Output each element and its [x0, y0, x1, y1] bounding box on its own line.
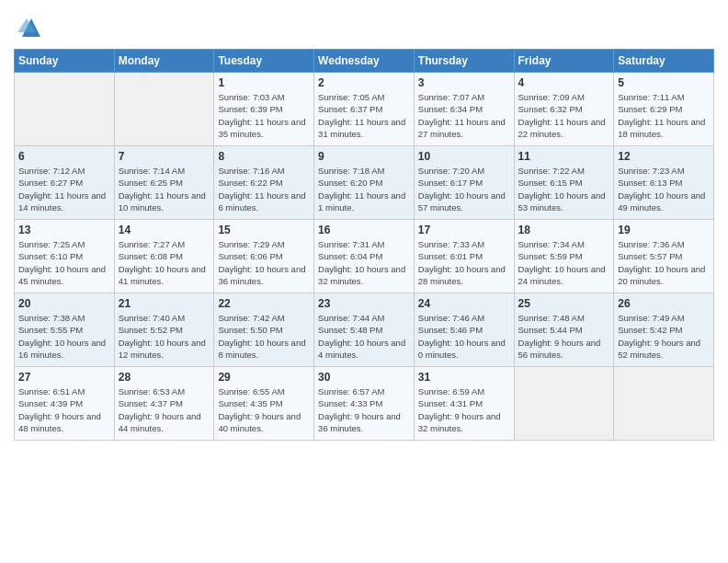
day-number: 17 — [418, 224, 510, 236]
day-number: 11 — [518, 150, 610, 163]
calendar-cell: 23Sunrise: 7:44 AM Sunset: 5:48 PM Dayli… — [314, 293, 415, 367]
day-info: Sunrise: 7:46 AM Sunset: 5:46 PM Dayligh… — [418, 312, 510, 361]
calendar-cell: 21Sunrise: 7:40 AM Sunset: 5:52 PM Dayli… — [114, 293, 214, 367]
day-info: Sunrise: 7:49 AM Sunset: 5:42 PM Dayligh… — [618, 312, 710, 361]
calendar-cell: 29Sunrise: 6:55 AM Sunset: 4:35 PM Dayli… — [214, 367, 314, 441]
day-number: 21 — [119, 297, 210, 310]
day-info: Sunrise: 6:57 AM Sunset: 4:33 PM Dayligh… — [318, 385, 410, 434]
day-number: 7 — [119, 150, 210, 163]
day-number: 6 — [18, 150, 110, 163]
calendar-header-row: SundayMondayTuesdayWednesdayThursdayFrid… — [15, 50, 714, 73]
calendar-cell: 4Sunrise: 7:09 AM Sunset: 6:32 PM Daylig… — [514, 73, 614, 146]
calendar-cell: 26Sunrise: 7:49 AM Sunset: 5:42 PM Dayli… — [614, 293, 714, 367]
day-number: 23 — [318, 297, 410, 310]
calendar-cell — [15, 73, 115, 146]
calendar-cell: 22Sunrise: 7:42 AM Sunset: 5:50 PM Dayli… — [214, 293, 314, 367]
calendar-cell: 17Sunrise: 7:33 AM Sunset: 6:01 PM Dayli… — [414, 220, 514, 293]
page-header — [14, 9, 714, 41]
day-info: Sunrise: 6:53 AM Sunset: 4:37 PM Dayligh… — [119, 385, 210, 434]
day-info: Sunrise: 7:44 AM Sunset: 5:48 PM Dayligh… — [318, 312, 410, 361]
day-info: Sunrise: 7:27 AM Sunset: 6:08 PM Dayligh… — [119, 238, 210, 287]
logo — [14, 14, 45, 41]
day-header-saturday: Saturday — [614, 50, 714, 73]
day-info: Sunrise: 6:55 AM Sunset: 4:35 PM Dayligh… — [218, 385, 310, 434]
calendar-cell: 19Sunrise: 7:36 AM Sunset: 5:57 PM Dayli… — [614, 220, 714, 293]
day-number: 25 — [518, 297, 610, 310]
logo-icon — [17, 14, 45, 41]
calendar-week-row: 20Sunrise: 7:38 AM Sunset: 5:55 PM Dayli… — [15, 293, 714, 367]
calendar-cell: 9Sunrise: 7:18 AM Sunset: 6:20 PM Daylig… — [314, 146, 415, 220]
day-header-sunday: Sunday — [15, 50, 115, 73]
day-info: Sunrise: 7:16 AM Sunset: 6:22 PM Dayligh… — [218, 165, 310, 213]
day-info: Sunrise: 7:05 AM Sunset: 6:37 PM Dayligh… — [318, 91, 410, 140]
day-number: 4 — [518, 76, 610, 89]
day-info: Sunrise: 7:22 AM Sunset: 6:15 PM Dayligh… — [518, 165, 610, 213]
day-header-tuesday: Tuesday — [214, 50, 314, 73]
calendar-cell: 20Sunrise: 7:38 AM Sunset: 5:55 PM Dayli… — [15, 293, 115, 367]
day-number: 15 — [218, 224, 310, 236]
calendar-table: SundayMondayTuesdayWednesdayThursdayFrid… — [14, 49, 714, 441]
day-header-friday: Friday — [514, 50, 614, 73]
calendar-cell: 5Sunrise: 7:11 AM Sunset: 6:29 PM Daylig… — [614, 73, 714, 146]
calendar-cell: 30Sunrise: 6:57 AM Sunset: 4:33 PM Dayli… — [314, 367, 415, 441]
day-info: Sunrise: 7:33 AM Sunset: 6:01 PM Dayligh… — [418, 238, 510, 287]
calendar-cell: 15Sunrise: 7:29 AM Sunset: 6:06 PM Dayli… — [214, 220, 314, 293]
day-info: Sunrise: 7:40 AM Sunset: 5:52 PM Dayligh… — [119, 312, 210, 361]
day-info: Sunrise: 6:59 AM Sunset: 4:31 PM Dayligh… — [418, 385, 510, 434]
day-number: 27 — [18, 371, 110, 384]
day-info: Sunrise: 7:23 AM Sunset: 6:13 PM Dayligh… — [618, 165, 710, 213]
day-number: 8 — [218, 150, 310, 163]
day-number: 29 — [218, 371, 310, 384]
day-info: Sunrise: 7:31 AM Sunset: 6:04 PM Dayligh… — [318, 238, 410, 287]
calendar-cell: 16Sunrise: 7:31 AM Sunset: 6:04 PM Dayli… — [314, 220, 415, 293]
day-number: 16 — [318, 224, 410, 236]
day-info: Sunrise: 7:09 AM Sunset: 6:32 PM Dayligh… — [518, 91, 610, 140]
calendar-cell: 10Sunrise: 7:20 AM Sunset: 6:17 PM Dayli… — [414, 146, 514, 220]
day-info: Sunrise: 7:03 AM Sunset: 6:39 PM Dayligh… — [218, 91, 310, 140]
day-info: Sunrise: 7:38 AM Sunset: 5:55 PM Dayligh… — [18, 312, 110, 361]
calendar-week-row: 1Sunrise: 7:03 AM Sunset: 6:39 PM Daylig… — [15, 73, 714, 146]
day-number: 18 — [518, 224, 610, 236]
calendar-cell: 14Sunrise: 7:27 AM Sunset: 6:08 PM Dayli… — [114, 220, 214, 293]
calendar-cell: 8Sunrise: 7:16 AM Sunset: 6:22 PM Daylig… — [214, 146, 314, 220]
day-info: Sunrise: 7:42 AM Sunset: 5:50 PM Dayligh… — [218, 312, 310, 361]
day-number: 19 — [618, 224, 710, 236]
calendar-cell: 18Sunrise: 7:34 AM Sunset: 5:59 PM Dayli… — [514, 220, 614, 293]
calendar-cell: 13Sunrise: 7:25 AM Sunset: 6:10 PM Dayli… — [15, 220, 115, 293]
calendar-cell: 31Sunrise: 6:59 AM Sunset: 4:31 PM Dayli… — [414, 367, 514, 441]
day-info: Sunrise: 7:07 AM Sunset: 6:34 PM Dayligh… — [418, 91, 510, 140]
day-info: Sunrise: 6:51 AM Sunset: 4:39 PM Dayligh… — [18, 385, 110, 434]
calendar-week-row: 6Sunrise: 7:12 AM Sunset: 6:27 PM Daylig… — [15, 146, 714, 220]
day-number: 28 — [119, 371, 210, 384]
day-header-monday: Monday — [114, 50, 214, 73]
calendar-cell: 3Sunrise: 7:07 AM Sunset: 6:34 PM Daylig… — [414, 73, 514, 146]
day-number: 26 — [618, 297, 710, 310]
day-number: 12 — [618, 150, 710, 163]
calendar-cell: 11Sunrise: 7:22 AM Sunset: 6:15 PM Dayli… — [514, 146, 614, 220]
day-info: Sunrise: 7:48 AM Sunset: 5:44 PM Dayligh… — [518, 312, 610, 361]
day-number: 30 — [318, 371, 410, 384]
day-info: Sunrise: 7:14 AM Sunset: 6:25 PM Dayligh… — [119, 165, 210, 213]
calendar-cell: 27Sunrise: 6:51 AM Sunset: 4:39 PM Dayli… — [15, 367, 115, 441]
day-number: 10 — [418, 150, 510, 163]
day-info: Sunrise: 7:34 AM Sunset: 5:59 PM Dayligh… — [518, 238, 610, 287]
calendar-cell: 25Sunrise: 7:48 AM Sunset: 5:44 PM Dayli… — [514, 293, 614, 367]
day-header-wednesday: Wednesday — [314, 50, 415, 73]
day-info: Sunrise: 7:18 AM Sunset: 6:20 PM Dayligh… — [318, 165, 410, 213]
calendar-cell — [114, 73, 214, 146]
calendar-cell: 24Sunrise: 7:46 AM Sunset: 5:46 PM Dayli… — [414, 293, 514, 367]
day-number: 14 — [119, 224, 210, 236]
calendar-cell: 28Sunrise: 6:53 AM Sunset: 4:37 PM Dayli… — [114, 367, 214, 441]
calendar-cell: 12Sunrise: 7:23 AM Sunset: 6:13 PM Dayli… — [614, 146, 714, 220]
day-number: 24 — [418, 297, 510, 310]
day-info: Sunrise: 7:25 AM Sunset: 6:10 PM Dayligh… — [18, 238, 110, 287]
day-number: 22 — [218, 297, 310, 310]
day-info: Sunrise: 7:11 AM Sunset: 6:29 PM Dayligh… — [618, 91, 710, 140]
calendar-cell — [514, 367, 614, 441]
day-number: 2 — [318, 76, 410, 89]
day-number: 31 — [418, 371, 510, 384]
calendar-week-row: 13Sunrise: 7:25 AM Sunset: 6:10 PM Dayli… — [15, 220, 714, 293]
calendar-cell: 7Sunrise: 7:14 AM Sunset: 6:25 PM Daylig… — [114, 146, 214, 220]
day-number: 3 — [418, 76, 510, 89]
day-number: 13 — [18, 224, 110, 236]
